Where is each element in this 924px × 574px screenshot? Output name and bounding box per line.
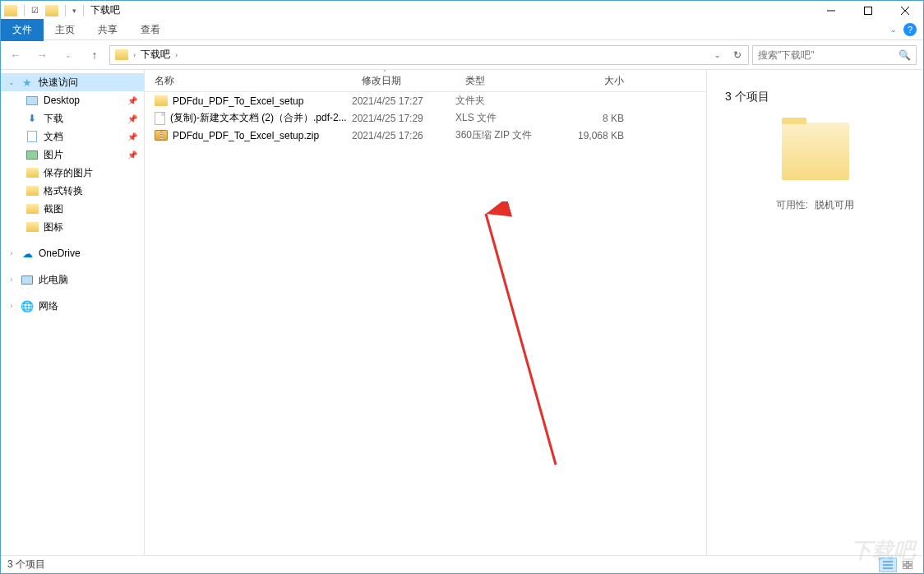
maximize-button[interactable] bbox=[849, 1, 886, 20]
address-bar[interactable]: › 下载吧 › ⌄ ↻ bbox=[109, 45, 749, 65]
sidebar-item-icons[interactable]: 图标 bbox=[1, 218, 144, 236]
download-icon: ⬇ bbox=[25, 112, 39, 125]
availability-label: 可用性: bbox=[776, 198, 808, 212]
zip-icon bbox=[155, 130, 168, 141]
status-bar: 3 个项目 bbox=[1, 555, 923, 573]
expand-icon[interactable]: › bbox=[7, 275, 16, 284]
svg-rect-10 bbox=[908, 561, 912, 564]
file-name: (复制)-新建文本文档 (2)（合并）.pdf-2... bbox=[170, 111, 347, 125]
view-details-button[interactable] bbox=[879, 558, 897, 572]
folder-icon bbox=[26, 186, 39, 196]
expand-icon[interactable]: ⌄ bbox=[7, 78, 16, 86]
file-list: ˄ 名称 修改日期 类型 大小 PDFdu_PDF_To_Excel_setup… bbox=[145, 70, 706, 555]
file-row[interactable]: (复制)-新建文本文档 (2)（合并）.pdf-2... 2021/4/25 1… bbox=[145, 109, 706, 127]
sidebar-label: 格式转换 bbox=[44, 184, 83, 198]
sidebar-item-downloads[interactable]: ⬇下载📌 bbox=[1, 109, 144, 127]
sidebar-item-saved-pics[interactable]: 保存的图片 bbox=[1, 164, 144, 182]
refresh-icon[interactable]: ↻ bbox=[728, 46, 746, 64]
document-icon bbox=[27, 131, 37, 142]
folder-icon bbox=[4, 5, 17, 16]
details-pane: 3 个项目 可用性: 脱机可用 bbox=[706, 70, 923, 555]
expand-icon[interactable]: › bbox=[7, 249, 16, 257]
nav-back-button[interactable]: ← bbox=[4, 44, 27, 67]
nav-up-button[interactable]: ↑ bbox=[83, 44, 106, 67]
dropdown-icon[interactable]: ⌄ bbox=[709, 46, 727, 64]
sidebar-onedrive[interactable]: ›☁OneDrive bbox=[1, 244, 144, 262]
ribbon-collapse-icon[interactable]: ⌄ bbox=[890, 25, 897, 34]
availability-value: 脱机可用 bbox=[815, 198, 854, 212]
nav-forward-button[interactable]: → bbox=[30, 44, 53, 67]
help-icon[interactable]: ? bbox=[903, 23, 917, 36]
file-row[interactable]: PDFdu_PDF_To_Excel_setup 2021/4/25 17:27… bbox=[145, 92, 706, 109]
search-box[interactable]: 🔍 bbox=[752, 45, 917, 65]
tab-share[interactable]: 共享 bbox=[86, 19, 129, 41]
separator bbox=[65, 5, 66, 16]
expand-icon[interactable]: › bbox=[7, 302, 16, 310]
sidebar-item-format-convert[interactable]: 格式转换 bbox=[1, 182, 144, 200]
folder-icon bbox=[26, 204, 39, 214]
svg-rect-12 bbox=[908, 566, 912, 569]
svg-rect-1 bbox=[864, 7, 871, 14]
status-text: 3 个项目 bbox=[7, 558, 45, 572]
tab-file[interactable]: 文件 bbox=[1, 19, 44, 41]
minimize-button[interactable] bbox=[812, 1, 849, 20]
column-header-date[interactable]: 修改日期 bbox=[352, 70, 455, 91]
breadcrumb-label: 下载吧 bbox=[141, 48, 170, 62]
svg-rect-9 bbox=[903, 561, 907, 564]
file-type: XLS 文件 bbox=[455, 111, 557, 125]
close-button[interactable] bbox=[886, 1, 923, 20]
chevron-right-icon[interactable]: › bbox=[132, 51, 137, 59]
file-name: PDFdu_PDF_To_Excel_setup.zip bbox=[173, 130, 319, 141]
pin-icon: 📌 bbox=[127, 150, 137, 160]
desktop-icon bbox=[26, 96, 38, 105]
sidebar-item-screenshot[interactable]: 截图 bbox=[1, 200, 144, 218]
breadcrumb-segment[interactable]: 下载吧 bbox=[137, 46, 173, 64]
svg-rect-11 bbox=[903, 566, 907, 569]
sidebar-label: Desktop bbox=[44, 95, 80, 106]
pc-icon bbox=[21, 275, 33, 285]
details-title: 3 个项目 bbox=[725, 90, 769, 104]
chevron-right-icon[interactable]: › bbox=[173, 51, 179, 59]
column-headers: ˄ 名称 修改日期 类型 大小 bbox=[145, 70, 706, 92]
sidebar: ⌄ ★ 快速访问 Desktop📌 ⬇下载📌 文档📌 图片📌 保存的图片 格式转… bbox=[1, 70, 145, 555]
sidebar-label: OneDrive bbox=[39, 248, 81, 259]
folder-icon bbox=[155, 95, 168, 106]
sidebar-quick-access[interactable]: ⌄ ★ 快速访问 bbox=[1, 73, 144, 91]
title-bar: ☑ ▾ 下载吧 bbox=[1, 1, 923, 20]
folder-icon[interactable] bbox=[45, 5, 58, 16]
sidebar-item-pictures[interactable]: 图片📌 bbox=[1, 146, 144, 164]
sidebar-item-documents[interactable]: 文档📌 bbox=[1, 127, 144, 146]
column-header-name[interactable]: 名称 bbox=[145, 70, 352, 91]
network-icon: 🌐 bbox=[21, 299, 34, 312]
svg-line-5 bbox=[486, 214, 556, 465]
nav-recent-dropdown[interactable]: ⌄ bbox=[57, 44, 80, 67]
sidebar-label: 文档 bbox=[44, 130, 63, 144]
sidebar-item-desktop[interactable]: Desktop📌 bbox=[1, 91, 144, 109]
search-icon[interactable]: 🔍 bbox=[899, 49, 911, 61]
star-icon: ★ bbox=[21, 76, 34, 89]
sidebar-label: 截图 bbox=[44, 202, 63, 216]
file-size: 19,068 KB bbox=[557, 130, 639, 141]
file-date: 2021/4/25 17:29 bbox=[352, 113, 455, 124]
pin-icon: 📌 bbox=[127, 96, 137, 105]
sidebar-label: 下载 bbox=[44, 112, 63, 126]
sidebar-label: 此电脑 bbox=[39, 273, 68, 287]
file-row[interactable]: PDFdu_PDF_To_Excel_setup.zip 2021/4/25 1… bbox=[145, 127, 706, 144]
sidebar-label: 图标 bbox=[44, 220, 63, 234]
separator bbox=[83, 5, 84, 16]
chevron-down-icon[interactable]: ▾ bbox=[72, 7, 76, 15]
view-icons-button[interactable] bbox=[899, 558, 917, 572]
pin-icon: 📌 bbox=[127, 114, 137, 123]
sidebar-network[interactable]: ›🌐网络 bbox=[1, 297, 144, 315]
column-header-size[interactable]: 大小 bbox=[557, 70, 639, 91]
column-header-type[interactable]: 类型 bbox=[455, 70, 557, 91]
tab-home[interactable]: 主页 bbox=[44, 19, 86, 41]
file-size: 8 KB bbox=[557, 113, 639, 124]
folder-icon bbox=[26, 168, 39, 178]
file-type: 360压缩 ZIP 文件 bbox=[455, 128, 557, 142]
check-icon[interactable]: ☑ bbox=[31, 6, 39, 15]
file-icon bbox=[155, 112, 165, 125]
tab-view[interactable]: 查看 bbox=[129, 19, 172, 41]
search-input[interactable] bbox=[758, 49, 899, 61]
sidebar-this-pc[interactable]: ›此电脑 bbox=[1, 271, 144, 289]
